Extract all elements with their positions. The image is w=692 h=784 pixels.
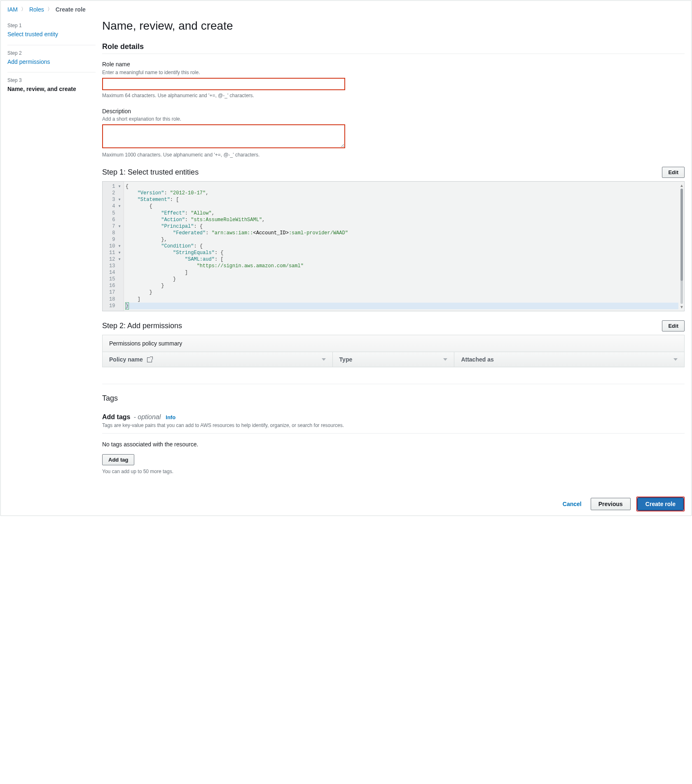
permissions-summary-label: Permissions policy summary [102, 335, 685, 352]
code-scrollbar[interactable]: ▲ ▼ [680, 183, 683, 309]
no-tags-text: No tags associated with the resource. [102, 441, 685, 448]
step2-edit-button[interactable]: Edit [662, 320, 685, 331]
scroll-track[interactable] [680, 189, 683, 303]
step-title[interactable]: Select trusted entity [7, 30, 96, 39]
step-title: Name, review, and create [7, 84, 96, 93]
cancel-button[interactable]: Cancel [563, 501, 582, 507]
page-title: Name, review, and create [102, 16, 685, 42]
col-type[interactable]: Type [333, 352, 455, 367]
step1-edit-button[interactable]: Edit [662, 167, 685, 178]
wizard-step-1[interactable]: Step 1 Select trusted entity [7, 18, 96, 45]
wizard-step-2[interactable]: Step 2 Add permissions [7, 45, 96, 73]
role-name-input[interactable] [102, 78, 345, 90]
role-details-heading: Role details [102, 42, 685, 54]
step1-heading: Step 1: Select trusted entities [102, 168, 199, 177]
chevron-right-icon: 〉 [46, 6, 54, 13]
breadcrumb-iam[interactable]: IAM [7, 6, 18, 13]
breadcrumb-roles[interactable]: Roles [29, 6, 44, 13]
external-link-icon [147, 357, 152, 362]
trust-policy-editor: 1 ▾ 2 3 ▾ 4 ▾ 5 6 7 ▾ 8 9 10 ▾11 ▾12 ▾13… [102, 181, 685, 311]
step-title[interactable]: Add permissions [7, 57, 96, 66]
wizard-step-3: Step 3 Name, review, and create [7, 72, 96, 100]
add-tag-button[interactable]: Add tag [102, 454, 134, 465]
scroll-up-icon[interactable]: ▲ [680, 183, 684, 188]
description-constraint: Maximum 1000 characters. Use alphanumeri… [102, 152, 685, 158]
tags-hint: Tags are key-value pairs that you can ad… [102, 422, 685, 428]
chevron-right-icon: 〉 [19, 6, 28, 13]
previous-button[interactable]: Previous [591, 498, 631, 510]
code-area[interactable]: { "Version": "2012-10-17", "Statement": … [124, 182, 684, 310]
tag-limit-text: You can add up to 50 more tags. [102, 469, 685, 474]
col-policy-name[interactable]: Policy name [103, 352, 333, 367]
wizard-steps-sidebar: Step 1 Select trusted entity Step 2 Add … [1, 16, 96, 100]
sort-icon[interactable] [443, 358, 447, 361]
step-label: Step 3 [7, 77, 96, 84]
role-name-label: Role name [102, 61, 685, 69]
tags-heading: Tags [102, 394, 685, 403]
step2-heading: Step 2: Add permissions [102, 322, 182, 330]
step-label: Step 2 [7, 49, 96, 57]
code-gutter: 1 ▾ 2 3 ▾ 4 ▾ 5 6 7 ▾ 8 9 10 ▾11 ▾12 ▾13… [103, 182, 124, 310]
add-tags-label: Add tags [102, 413, 130, 421]
scroll-down-icon[interactable]: ▼ [680, 305, 684, 309]
description-hint: Add a short explanation for this role. [102, 116, 685, 122]
sort-icon[interactable] [322, 358, 326, 361]
description-label: Description [102, 107, 685, 116]
permissions-table: Policy name Type Attached as [102, 352, 685, 367]
optional-label: - optional [133, 413, 161, 421]
breadcrumb-current: Create role [56, 6, 86, 13]
role-name-hint: Enter a meaningful name to identify this… [102, 70, 685, 75]
scroll-thumb[interactable] [680, 189, 683, 281]
breadcrumb: IAM 〉 Roles 〉 Create role [1, 1, 691, 16]
role-name-constraint: Maximum 64 characters. Use alphanumeric … [102, 93, 685, 98]
description-input[interactable] [102, 124, 345, 148]
footer-actions: Cancel Previous Create role [563, 497, 685, 511]
step-label: Step 1 [7, 22, 96, 30]
tags-info-link[interactable]: Info [166, 414, 175, 420]
create-role-button[interactable]: Create role [638, 498, 683, 510]
col-attached-as[interactable]: Attached as [454, 352, 684, 367]
sort-icon[interactable] [673, 358, 678, 361]
